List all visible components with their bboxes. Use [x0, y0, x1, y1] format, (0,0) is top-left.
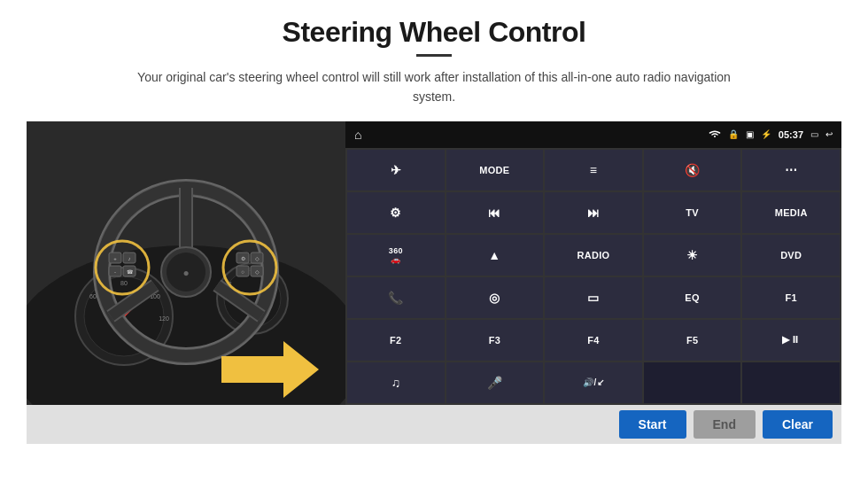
grid-btn-tv[interactable]: TV	[644, 192, 741, 233]
cast-icon: ▭	[810, 129, 818, 139]
svg-text:80: 80	[120, 280, 128, 286]
home-icon: ⌂	[354, 128, 361, 142]
grid-btn-f4[interactable]: F4	[545, 320, 642, 361]
status-bar-left: ⌂	[354, 128, 361, 142]
grid-btn-mic[interactable]: 🎤	[446, 362, 544, 403]
title-divider	[416, 54, 452, 57]
grid-btn-apps[interactable]: ⋯	[742, 150, 840, 190]
grid-btn-empty1	[644, 362, 741, 403]
svg-text:♪: ♪	[128, 256, 131, 261]
start-button[interactable]: Start	[619, 410, 686, 439]
page-subtitle: Your original car's steering wheel contr…	[124, 67, 744, 107]
grid-btn-mute[interactable]: 🔇	[644, 150, 741, 190]
grid-btn-media[interactable]: MEDIA	[742, 192, 840, 233]
grid-btn-mode[interactable]: MODE	[446, 150, 544, 190]
grid-btn-phone[interactable]: 📞	[347, 277, 445, 318]
page-title: Steering Wheel Control	[283, 16, 586, 49]
back-icon: ↩	[825, 129, 833, 139]
grid-btn-nav2[interactable]: ◎	[446, 277, 544, 318]
grid-btn-f3[interactable]: F3	[446, 320, 544, 361]
svg-text:-: -	[114, 269, 116, 275]
grid-btn-brightness[interactable]: ☀	[644, 235, 741, 276]
svg-text:◇: ◇	[255, 269, 260, 275]
grid-btn-screen[interactable]: ▭	[545, 277, 642, 318]
lock-icon: 🔒	[728, 129, 739, 139]
wifi-icon	[709, 129, 721, 140]
grid-btn-eq[interactable]: EQ	[644, 277, 741, 318]
svg-text:○: ○	[241, 269, 244, 275]
svg-text:+: +	[113, 256, 117, 261]
content-row: 80 100 120 60 3 4 2	[27, 121, 841, 405]
svg-text:●: ●	[182, 267, 189, 279]
grid-btn-prev[interactable]: ⏮	[446, 192, 544, 233]
svg-text:60: 60	[89, 293, 97, 299]
grid-btn-empty2	[742, 362, 840, 403]
steering-wheel-image: 80 100 120 60 3 4 2	[27, 121, 345, 405]
time-display: 05:37	[779, 129, 803, 140]
svg-text:⚙: ⚙	[241, 256, 245, 261]
bluetooth-icon: ⚡	[761, 129, 771, 139]
android-panel: ⌂ 🔒 ▣ ⚡ 05:37 ▭ ↩ ✈ MODE	[345, 121, 841, 405]
grid-btn-menu[interactable]: ≡	[545, 150, 642, 190]
grid-btn-f1[interactable]: F1	[742, 277, 840, 318]
svg-text:◇: ◇	[255, 256, 260, 261]
grid-btn-360[interactable]: 360🚗	[347, 235, 445, 276]
svg-text:☎: ☎	[127, 269, 134, 275]
grid-btn-settings[interactable]: ⚙	[347, 192, 445, 233]
button-grid: ✈ MODE ≡ 🔇 ⋯ ⚙ ⏮ ⏭ TV MEDIA 360🚗 ▲ RADIO…	[345, 148, 841, 405]
grid-btn-next[interactable]: ⏭	[545, 192, 642, 233]
grid-btn-radio[interactable]: RADIO	[545, 235, 642, 276]
grid-btn-dvd[interactable]: DVD	[742, 235, 840, 276]
grid-btn-f2[interactable]: F2	[347, 320, 445, 361]
grid-btn-nav[interactable]: ✈	[347, 150, 445, 190]
grid-btn-vol-call[interactable]: 🔊/↙	[545, 362, 642, 403]
status-bar-right: 🔒 ▣ ⚡ 05:37 ▭ ↩	[709, 129, 833, 140]
end-button[interactable]: End	[694, 410, 756, 439]
grid-btn-eject[interactable]: ▲	[446, 235, 544, 276]
grid-btn-playpause[interactable]: ▶⏸	[742, 320, 840, 361]
clear-button[interactable]: Clear	[763, 410, 833, 439]
grid-btn-f5[interactable]: F5	[644, 320, 741, 361]
bottom-bar: Start End Clear	[27, 405, 841, 444]
sim-icon: ▣	[746, 129, 754, 139]
grid-btn-music[interactable]: ♫	[347, 362, 445, 403]
page-container: Steering Wheel Control Your original car…	[0, 0, 868, 482]
status-bar: ⌂ 🔒 ▣ ⚡ 05:37 ▭ ↩	[345, 121, 841, 148]
svg-text:120: 120	[159, 315, 169, 322]
